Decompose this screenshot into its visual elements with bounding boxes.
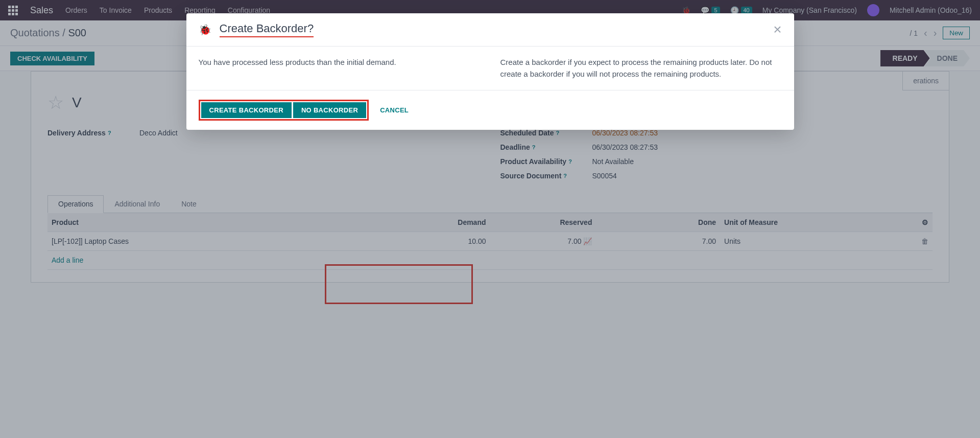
modal-backdrop: 🐞 Create Backorder? × You have processed…	[0, 0, 980, 283]
annotation-highlight-buttons: CREATE BACKORDER NO BACKORDER	[199, 100, 369, 121]
close-icon[interactable]: ×	[773, 21, 781, 38]
modal-title: Create Backorder?	[220, 22, 314, 37]
bug-icon[interactable]: 🐞	[199, 24, 211, 36]
cancel-button[interactable]: CANCEL	[374, 102, 415, 118]
no-backorder-button[interactable]: NO BACKORDER	[293, 102, 366, 118]
modal-body-right: Create a backorder if you expect to proc…	[500, 57, 782, 80]
create-backorder-button[interactable]: CREATE BACKORDER	[201, 102, 292, 118]
modal-body-left: You have processed less products than th…	[199, 57, 480, 80]
backorder-modal: 🐞 Create Backorder? × You have processed…	[186, 13, 794, 130]
